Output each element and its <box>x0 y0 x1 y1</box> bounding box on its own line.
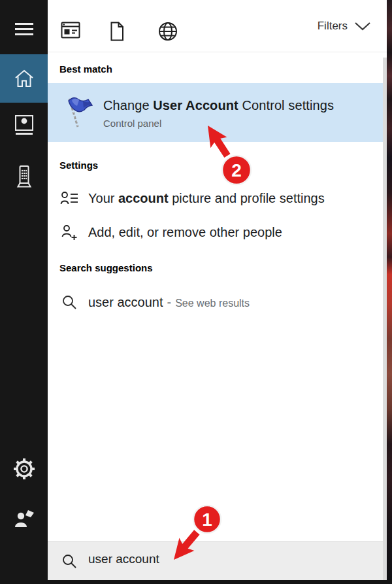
best-match-result[interactable]: Change User Account Control settings Con… <box>48 83 387 142</box>
scrollbar-track[interactable] <box>383 58 387 580</box>
search-icon <box>59 294 79 310</box>
taskbar-edge <box>0 580 392 584</box>
add-person-icon <box>59 224 79 241</box>
search-results-panel: Filters Best match Change User Account C… <box>48 0 387 584</box>
suggestion-user-account[interactable]: user account-See web results <box>48 288 387 317</box>
sidebar-item-photos[interactable] <box>0 110 48 141</box>
settings-header: Settings <box>59 160 98 171</box>
sidebar-item-device[interactable] <box>0 161 48 192</box>
result-label: Add, edit, or remove other people <box>88 225 282 240</box>
search-icon <box>59 553 79 569</box>
search-query-text: user account <box>88 552 159 566</box>
sidebar-item-settings[interactable] <box>0 455 48 483</box>
feedback-icon <box>14 508 35 529</box>
best-match-subtitle: Control panel <box>103 118 334 129</box>
search-input[interactable]: user account <box>48 541 387 580</box>
filter-web-button[interactable] <box>158 22 178 44</box>
result-account-picture[interactable]: Your account picture and profile setting… <box>48 184 387 213</box>
home-icon <box>13 68 35 89</box>
menu-icon[interactable] <box>0 16 48 42</box>
uac-flag-icon <box>59 94 95 133</box>
photos-icon <box>14 114 34 137</box>
account-card-icon <box>59 190 79 206</box>
sidebar-item-feedback[interactable] <box>0 504 48 534</box>
chevron-down-icon <box>354 22 371 31</box>
search-sidebar <box>0 0 48 584</box>
search-suggestions-header: Search suggestions <box>59 262 153 273</box>
desktop-background-edge <box>387 0 392 584</box>
filters-dropdown[interactable]: Filters <box>318 20 371 33</box>
web-icon <box>158 22 178 41</box>
see-web-results-label: See web results <box>175 298 250 309</box>
settings-gear-icon <box>12 457 36 481</box>
search-topbar: Filters <box>48 0 387 52</box>
mobile-device-icon <box>16 165 32 188</box>
sidebar-item-home[interactable] <box>0 54 48 103</box>
result-label: Your account picture and profile setting… <box>88 191 325 206</box>
best-match-title: Change User Account Control settings <box>103 98 334 113</box>
filter-documents-button[interactable] <box>108 22 125 44</box>
apps-icon <box>61 22 80 39</box>
suggestion-label: user account-See web results <box>88 295 250 310</box>
best-match-header: Best match <box>59 63 112 75</box>
filters-label: Filters <box>318 20 348 33</box>
filter-apps-button[interactable] <box>61 22 80 41</box>
document-icon <box>108 22 125 41</box>
result-add-remove-people[interactable]: Add, edit, or remove other people <box>48 218 387 247</box>
